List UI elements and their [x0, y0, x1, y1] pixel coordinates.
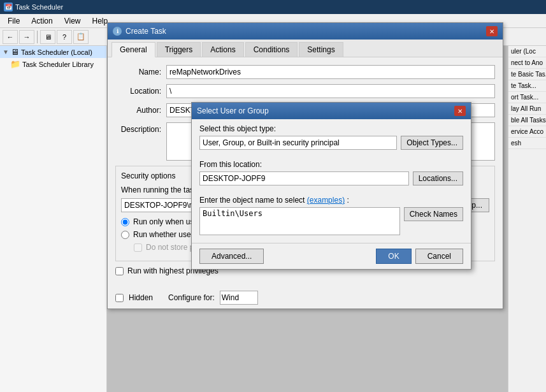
- su-object-type-label: Select this object type:: [199, 124, 463, 133]
- create-task-title: Create Task: [126, 27, 166, 36]
- tab-settings[interactable]: Settings: [299, 42, 343, 57]
- name-label: Name:: [115, 68, 166, 76]
- locations-button[interactable]: Locations...: [413, 171, 463, 185]
- create-task-close-button[interactable]: ✕: [486, 26, 498, 36]
- configure-label: Configure for:: [168, 293, 215, 302]
- name-row: Name:: [115, 65, 495, 79]
- su-titlebar-left: Select User or Group: [197, 106, 269, 115]
- select-user-title: Select User or Group: [197, 106, 269, 115]
- su-location-section: From this location: Locations...: [192, 160, 471, 191]
- su-location-label: From this location:: [199, 160, 463, 169]
- su-location-row: Locations...: [199, 171, 463, 185]
- hidden-label: Hidden: [129, 293, 153, 302]
- su-enter-label: Enter the object name to select (example…: [199, 196, 463, 205]
- location-label: Location:: [115, 87, 166, 96]
- create-task-titlebar: ℹ Create Task ✕: [108, 23, 503, 40]
- su-bottom-left: Advanced...: [199, 249, 264, 264]
- name-input[interactable]: [166, 65, 495, 79]
- ok-button[interactable]: OK: [376, 249, 411, 264]
- description-label: Description:: [115, 122, 166, 134]
- object-types-button[interactable]: Object Types...: [401, 136, 463, 150]
- tab-general[interactable]: General: [111, 42, 155, 57]
- dialog-icon: ℹ: [113, 27, 122, 36]
- su-object-name-input[interactable]: [199, 207, 400, 235]
- su-location-input[interactable]: [199, 171, 409, 185]
- radio-logged-on-input[interactable]: [121, 218, 129, 226]
- hidden-checkbox[interactable]: [115, 294, 124, 302]
- su-object-type-input[interactable]: [199, 136, 397, 150]
- cancel-button[interactable]: Cancel: [415, 249, 463, 264]
- dialog-bottom: Hidden Configure for:: [108, 287, 503, 309]
- select-user-close-button[interactable]: ✕: [454, 106, 466, 116]
- su-object-type-row: Object Types...: [199, 136, 463, 150]
- su-object-name-section: Enter the object name to select (example…: [192, 196, 471, 240]
- tab-conditions[interactable]: Conditions: [245, 42, 298, 57]
- su-object-name-row: Check Names: [199, 207, 463, 235]
- titlebar-left: ℹ Create Task: [113, 27, 166, 36]
- radio-whether-logged-input[interactable]: [121, 231, 129, 239]
- author-label: Author:: [115, 106, 166, 115]
- dialog-overlay: ℹ Create Task ✕ General Triggers Actions…: [0, 0, 546, 392]
- select-user-titlebar: Select User or Group ✕: [192, 103, 471, 119]
- tabs-bar: General Triggers Actions Conditions Sett…: [108, 40, 503, 57]
- su-bottom-right: OK Cancel: [376, 249, 463, 264]
- highest-privileges-checkbox[interactable]: [115, 267, 124, 275]
- location-input[interactable]: [166, 84, 495, 98]
- do-not-store-checkbox[interactable]: [134, 243, 142, 252]
- configure-input[interactable]: [220, 291, 258, 305]
- advanced-button[interactable]: Advanced...: [199, 249, 264, 264]
- select-user-dialog: Select User or Group ✕ Select this objec…: [191, 102, 471, 270]
- su-object-type-section: Select this object type: Object Types...: [192, 124, 471, 155]
- su-colon: :: [347, 196, 348, 205]
- su-enter-text: Enter the object name to select: [199, 196, 305, 205]
- su-examples-link[interactable]: (examples): [307, 196, 345, 205]
- check-names-button[interactable]: Check Names: [404, 207, 463, 221]
- su-bottom: Advanced... OK Cancel: [192, 243, 471, 269]
- tab-triggers[interactable]: Triggers: [157, 42, 201, 57]
- location-row: Location:: [115, 84, 495, 98]
- tab-actions[interactable]: Actions: [202, 42, 243, 57]
